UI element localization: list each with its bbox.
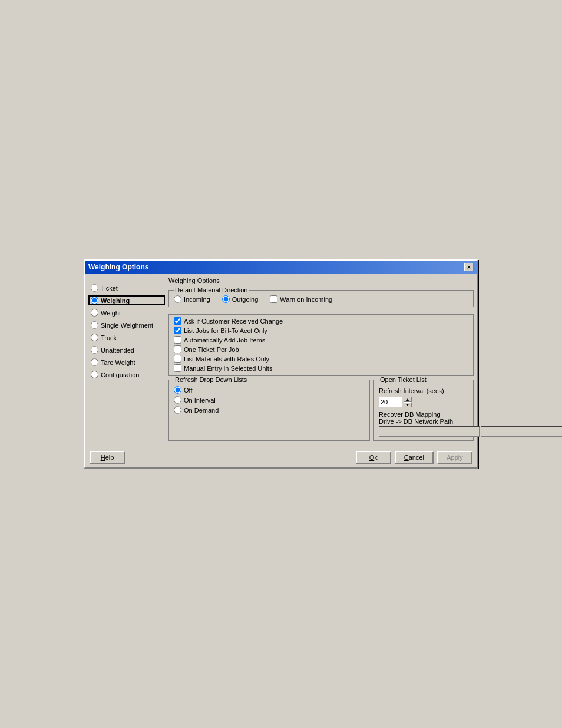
one-ticket-checkbox[interactable] bbox=[174, 345, 181, 353]
nav-label-unattended: Unattended bbox=[101, 347, 134, 354]
title-bar: Weighing Options × bbox=[85, 261, 477, 274]
list-jobs-label: List Jobs for Bill-To Acct Only bbox=[184, 327, 267, 334]
spinner-buttons: ▲ ▼ bbox=[404, 397, 412, 407]
nav-item-tare-weight[interactable]: Tare Weight bbox=[88, 357, 165, 367]
nav-item-single-weighment[interactable]: Single Weighment bbox=[88, 320, 165, 330]
spinner-row: ▲ ▼ bbox=[379, 397, 468, 407]
checkboxes-group: Ask if Customer Received Change List Job… bbox=[168, 314, 474, 376]
incoming-label: Incoming bbox=[184, 296, 210, 303]
nav-radio-configuration[interactable] bbox=[91, 371, 98, 378]
open-ticket-group: Open Ticket List Refresh Interval (secs)… bbox=[373, 380, 474, 441]
apply-button[interactable]: Apply bbox=[437, 451, 472, 464]
checkbox-ask-change[interactable]: Ask if Customer Received Change bbox=[174, 317, 468, 325]
list-jobs-checkbox[interactable] bbox=[174, 327, 181, 334]
recover-inputs bbox=[379, 426, 468, 437]
one-ticket-label: One Ticket Per Job bbox=[184, 346, 239, 353]
dialog-title: Weighing Options bbox=[88, 263, 148, 271]
nav-item-weight[interactable]: Weight bbox=[88, 308, 165, 318]
warn-on-incoming-checkbox[interactable] bbox=[270, 295, 277, 303]
nav-label-weighing: Weighing bbox=[101, 297, 130, 304]
refresh-off-label: Off bbox=[184, 387, 192, 394]
spinner-down-button[interactable]: ▼ bbox=[404, 402, 412, 407]
checkbox-list-materials[interactable]: List Materials with Rates Only bbox=[174, 355, 468, 363]
nav-item-configuration[interactable]: Configuration bbox=[88, 370, 165, 380]
nav-label-ticket: Ticket bbox=[101, 285, 118, 292]
nav-radio-truck[interactable] bbox=[91, 334, 98, 341]
nav-label-configuration: Configuration bbox=[101, 371, 139, 378]
ok-button[interactable]: Ok bbox=[356, 451, 391, 464]
list-materials-checkbox[interactable] bbox=[174, 355, 181, 363]
nav-item-weighing[interactable]: Weighing bbox=[88, 295, 165, 305]
nav-radio-tare-weight[interactable] bbox=[91, 358, 98, 366]
open-ticket-content: Refresh Interval (secs) ▲ ▼ Recover DB M… bbox=[379, 387, 468, 437]
nav-radio-weighing[interactable] bbox=[91, 297, 98, 304]
refresh-options: Off On Interval On Demand bbox=[174, 386, 365, 414]
recover-db-line2: Drive -> DB Network Path bbox=[379, 418, 468, 425]
ok-label: k bbox=[374, 454, 378, 461]
help-button[interactable]: Help bbox=[90, 451, 125, 464]
warn-on-incoming-option[interactable]: Warn on Incoming bbox=[270, 295, 332, 303]
outgoing-radio[interactable] bbox=[222, 295, 230, 303]
nav-radio-unattended[interactable] bbox=[91, 346, 98, 354]
ask-change-checkbox[interactable] bbox=[174, 317, 181, 325]
nav-label-weight: Weight bbox=[101, 309, 121, 317]
refresh-group: Refresh Drop Down Lists Off On Interval bbox=[168, 380, 370, 441]
outgoing-option[interactable]: Outgoing bbox=[222, 295, 259, 303]
direction-row: Incoming Outgoing Warn on Incoming bbox=[174, 295, 468, 303]
manual-entry-label: Manual Entry in Selected Units bbox=[184, 365, 272, 372]
default-material-direction-group: Default Material Direction Incoming Outg… bbox=[168, 290, 474, 307]
refresh-off-option[interactable]: Off bbox=[174, 386, 365, 394]
checkbox-one-ticket[interactable]: One Ticket Per Job bbox=[174, 345, 468, 353]
nav-label-truck: Truck bbox=[101, 334, 117, 341]
checkbox-list-jobs[interactable]: List Jobs for Bill-To Acct Only bbox=[174, 327, 468, 334]
manual-entry-checkbox[interactable] bbox=[174, 364, 181, 372]
spinner-up-button[interactable]: ▲ bbox=[404, 397, 412, 402]
weighing-options-dialog: Weighing Options × Ticket Weighing Weigh… bbox=[84, 259, 478, 469]
weighing-options-header: Weighing Options bbox=[168, 277, 474, 284]
open-ticket-title: Open Ticket List bbox=[379, 376, 428, 383]
apply-label: Apply bbox=[447, 454, 463, 461]
recover-db-label: Recover DB Mapping Drive -> DB Network P… bbox=[379, 411, 468, 425]
checkbox-auto-add[interactable]: Automatically Add Job Items bbox=[174, 336, 468, 344]
right-buttons: Ok Cancel Apply bbox=[356, 451, 472, 464]
recover-db-line1: Recover DB Mapping bbox=[379, 411, 468, 418]
nav-item-truck[interactable]: Truck bbox=[88, 332, 165, 342]
refresh-on-interval-label: On Interval bbox=[184, 397, 216, 404]
direction-group-title: Default Material Direction bbox=[174, 286, 249, 294]
dialog-body: Ticket Weighing Weight Single Weighment … bbox=[85, 274, 477, 444]
nav-radio-ticket[interactable] bbox=[91, 284, 98, 292]
button-bar: Help Ok Cancel Apply bbox=[85, 447, 477, 467]
refresh-on-demand-radio[interactable] bbox=[174, 406, 181, 414]
cancel-button[interactable]: Cancel bbox=[395, 451, 434, 464]
refresh-off-radio[interactable] bbox=[174, 386, 181, 394]
warn-on-incoming-label: Warn on Incoming bbox=[280, 296, 332, 303]
ask-change-label: Ask if Customer Received Change bbox=[184, 318, 283, 325]
list-materials-label: List Materials with Rates Only bbox=[184, 355, 269, 363]
help-label: elp bbox=[105, 454, 114, 461]
incoming-radio[interactable] bbox=[174, 295, 181, 303]
close-button[interactable]: × bbox=[464, 263, 474, 271]
refresh-group-title: Refresh Drop Down Lists bbox=[174, 376, 248, 383]
bottom-section: Refresh Drop Down Lists Off On Interval bbox=[168, 380, 474, 441]
nav-label-single-weighment: Single Weighment bbox=[101, 322, 153, 329]
recover-drive-input[interactable] bbox=[379, 426, 480, 437]
checkbox-manual-entry[interactable]: Manual Entry in Selected Units bbox=[174, 364, 468, 372]
nav-radio-single-weighment[interactable] bbox=[91, 321, 98, 329]
nav-item-unattended[interactable]: Unattended bbox=[88, 345, 165, 355]
refresh-on-demand-option[interactable]: On Demand bbox=[174, 406, 365, 414]
outgoing-label: Outgoing bbox=[232, 296, 259, 303]
incoming-option[interactable]: Incoming bbox=[174, 295, 210, 303]
refresh-on-demand-label: On Demand bbox=[184, 407, 219, 414]
refresh-on-interval-option[interactable]: On Interval bbox=[174, 396, 365, 404]
left-nav-panel: Ticket Weighing Weight Single Weighment … bbox=[88, 277, 165, 441]
auto-add-label: Automatically Add Job Items bbox=[184, 337, 265, 344]
refresh-on-interval-radio[interactable] bbox=[174, 396, 181, 404]
nav-item-ticket[interactable]: Ticket bbox=[88, 283, 165, 293]
auto-add-checkbox[interactable] bbox=[174, 336, 181, 344]
recover-network-path-input[interactable] bbox=[481, 426, 562, 437]
nav-label-tare-weight: Tare Weight bbox=[101, 359, 135, 366]
refresh-interval-input[interactable] bbox=[379, 397, 402, 407]
nav-radio-weight[interactable] bbox=[91, 309, 98, 317]
refresh-interval-label: Refresh Interval (secs) bbox=[379, 387, 468, 394]
right-panel: Weighing Options Default Material Direct… bbox=[168, 277, 474, 441]
